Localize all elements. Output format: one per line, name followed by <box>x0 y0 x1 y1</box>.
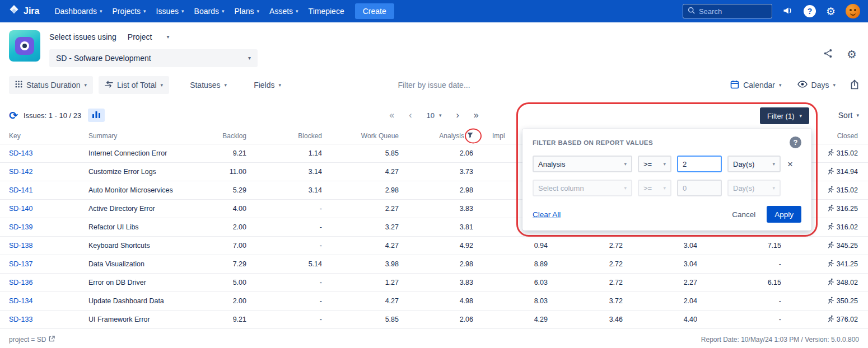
user-avatar[interactable] <box>846 4 860 18</box>
running-person-icon <box>827 297 834 305</box>
sort-button[interactable]: Sort ▾ <box>838 111 859 120</box>
blocked-value: 3.14 <box>246 168 322 176</box>
export-button[interactable] <box>850 79 859 91</box>
hidden-col-value: - <box>697 316 781 323</box>
fields-select[interactable]: Fields ▾ <box>248 76 287 94</box>
filter-button[interactable]: Filter (1) ▾ <box>760 107 809 124</box>
statuses-select[interactable]: Statuses ▾ <box>184 76 233 94</box>
chevron-down-icon: ▾ <box>257 9 260 14</box>
filter-value-input[interactable] <box>677 156 722 172</box>
column-header-analysis[interactable]: Analysis <box>399 132 473 140</box>
first-page-icon[interactable]: « <box>389 111 394 120</box>
backlog-value: 7.00 <box>183 242 246 250</box>
chevron-down-icon: ▾ <box>663 186 666 191</box>
nav-item-assets[interactable]: Assets▾ <box>264 0 304 22</box>
nav-item-projects[interactable]: Projects▾ <box>108 0 151 22</box>
blocked-value: 1.14 <box>246 149 322 157</box>
column-header-summary[interactable]: Summary <box>88 132 183 140</box>
column-header-work-queue[interactable]: Work Queue <box>322 132 399 140</box>
blocked-value: - <box>246 279 322 286</box>
remove-filter-icon[interactable]: × <box>787 159 793 169</box>
hidden-col-value: - <box>697 260 781 268</box>
running-person-icon <box>827 149 834 158</box>
report-settings-button[interactable]: ⚙ <box>847 49 857 60</box>
hidden-col-value: 6.15 <box>697 279 781 286</box>
clear-all-link[interactable]: Clear All <box>533 210 561 219</box>
hidden-col-value: 6.03 <box>473 279 548 286</box>
cancel-button[interactable]: Cancel <box>732 210 755 219</box>
issue-key-link[interactable]: SD-139 <box>9 223 32 231</box>
global-search[interactable] <box>683 4 772 18</box>
analysis-value: 2.06 <box>399 149 473 157</box>
column-header-backlog[interactable]: Backlog <box>183 132 246 140</box>
table-row[interactable]: SD-133 UI Framework Error 9.21 - 5.85 2.… <box>0 311 868 329</box>
settings-button[interactable]: ⚙ <box>826 6 836 17</box>
filter-unit-select[interactable]: Day(s) ▾ <box>727 156 781 172</box>
project-select[interactable]: SD - Sofware Development ▾ <box>49 49 258 67</box>
external-link-icon[interactable] <box>49 336 55 344</box>
view-mode-select[interactable]: List of Total ▾ <box>99 76 169 94</box>
report-type-select[interactable]: Status Duration ▾ <box>9 76 93 94</box>
issue-date-filter-input[interactable] <box>367 81 501 90</box>
issue-key-link[interactable]: SD-142 <box>9 168 32 176</box>
table-row[interactable]: SD-138 Keyboard Shortcuts 7.00 - 4.27 4.… <box>0 237 868 255</box>
jql-summary: project = SD <box>9 336 46 344</box>
hidden-col-value: 3.04 <box>623 260 697 268</box>
filter-funnel-icon[interactable] <box>467 132 473 140</box>
gear-icon: ⚙ <box>826 6 836 17</box>
nav-item-dashboards[interactable]: Dashboards▾ <box>49 0 107 22</box>
table-row[interactable]: SD-136 Error on DB Driver 5.00 - 1.27 3.… <box>0 274 868 292</box>
issue-key-link[interactable]: SD-137 <box>9 260 32 268</box>
column-header-blocked[interactable]: Blocked <box>246 132 322 140</box>
issue-key-link[interactable]: SD-143 <box>9 149 32 157</box>
previous-page-icon[interactable]: ‹ <box>409 111 412 120</box>
issue-key-link[interactable]: SD-136 <box>9 279 32 286</box>
filter-operator-select[interactable]: >= ▾ <box>638 156 671 172</box>
announcements-button[interactable] <box>782 5 794 18</box>
megaphone-icon <box>782 5 794 18</box>
issue-key-link[interactable]: SD-138 <box>9 242 32 250</box>
issue-source-mode-select[interactable]: Project ▾ <box>124 30 173 44</box>
project-bar: Select issues using Project ▾ SD - Sofwa… <box>0 22 868 74</box>
time-unit-select[interactable]: Days ▾ <box>796 76 837 94</box>
refresh-icon[interactable]: ⟳ <box>9 110 18 121</box>
create-button[interactable]: Create <box>355 3 394 19</box>
filter-column-select[interactable]: Analysis ▾ <box>533 156 632 172</box>
issue-key-link[interactable]: SD-141 <box>9 186 32 194</box>
chevron-down-icon: ▾ <box>772 186 775 191</box>
backlog-value: 9.21 <box>183 316 246 323</box>
issue-key-link[interactable]: SD-133 <box>9 316 32 323</box>
help-icon[interactable]: ? <box>790 137 801 148</box>
issue-key-link[interactable]: SD-134 <box>9 297 32 305</box>
issues-count-label: Issues: 1 - 10 / 23 <box>24 111 81 120</box>
table-row[interactable]: SD-134 Update Dashboard Data 2.00 - 4.27… <box>0 292 868 311</box>
share-button[interactable] <box>823 48 833 60</box>
nav-item-plans[interactable]: Plans▾ <box>230 0 265 22</box>
issue-summary: Internet Connection Error <box>88 149 183 157</box>
issue-summary: Active Directory Error <box>88 205 183 213</box>
backlog-value: 2.00 <box>183 297 246 305</box>
chart-view-button[interactable] <box>88 109 105 122</box>
column-header-key[interactable]: Key <box>9 132 88 140</box>
select-issues-using-label: Select issues using <box>49 32 116 41</box>
help-button[interactable]: ? <box>804 5 816 17</box>
table-row[interactable]: SD-137 Data Visualization 7.29 5.14 3.98… <box>0 255 868 274</box>
share-icon <box>823 48 833 60</box>
issue-key-link[interactable]: SD-140 <box>9 205 32 213</box>
annotation-rectangle: Filter (1) ▾ FILTER BASED ON REPORT VALU… <box>516 102 818 237</box>
jira-logo[interactable]: Jira <box>8 4 39 18</box>
next-page-icon[interactable]: › <box>456 111 459 120</box>
hidden-col-value: 8.03 <box>473 297 548 305</box>
backlog-value: 5.29 <box>183 186 246 194</box>
calendar-select[interactable]: Calendar ▾ <box>729 76 782 94</box>
apply-button[interactable]: Apply <box>767 206 801 223</box>
nav-item-boards[interactable]: Boards▾ <box>189 0 230 22</box>
nav-item-issues[interactable]: Issues▾ <box>151 0 189 22</box>
analysis-value: 2.98 <box>399 260 473 268</box>
nav-item-timepiece[interactable]: Timepiece <box>304 0 349 22</box>
chevron-down-icon: ▾ <box>161 83 164 88</box>
page-size-select[interactable]: 10 ▾ <box>427 111 442 120</box>
backlog-value: 9.21 <box>183 149 246 157</box>
search-input[interactable] <box>699 7 760 16</box>
last-page-icon[interactable]: » <box>474 111 479 120</box>
